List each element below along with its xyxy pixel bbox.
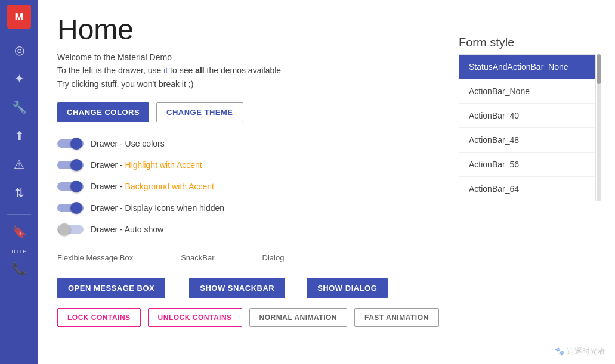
phone-icon[interactable]: 📞	[7, 257, 31, 281]
toggle-auto-show[interactable]	[57, 222, 84, 237]
watermark: 🐾 追逐时光者	[555, 346, 605, 357]
sidebar: M ◎ ✦ 🔧 ⬆ ⚠ ⇅ 🔖 HTTP 📞	[0, 0, 38, 364]
bluetooth-icon[interactable]: ✦	[7, 67, 31, 91]
sidebar-logo[interactable]: M	[7, 5, 31, 29]
show-snackbar-button[interactable]: SHOW SNACKBAR	[189, 278, 285, 298]
toggle-label-auto-show: Drawer - Auto show	[91, 225, 163, 234]
snackbar-section-label-wrapper: SnackBar	[181, 253, 214, 268]
change-colors-button[interactable]: CHANGE COLORS	[57, 102, 149, 122]
upload-icon[interactable]: ⬆	[7, 124, 31, 148]
toggle-row-auto-show: Drawer - Auto show	[57, 222, 596, 237]
toggle-background-accent[interactable]	[57, 179, 84, 194]
watermark-text: 追逐时光者	[567, 347, 605, 356]
unlock-contains-button[interactable]: UNLOCK CONTAINS	[148, 308, 242, 327]
main-content: Home Welcome to the Material Demo To the…	[38, 0, 615, 364]
form-style-item-3[interactable]: ActionBar_48	[459, 128, 595, 153]
toggle-row-display-icons: Drawer - Display Icons when hidden	[57, 201, 596, 215]
sections-row: Flexible Message Box SnackBar Dialog	[57, 253, 596, 268]
accent-text: Background with Accent	[125, 182, 214, 191]
form-style-list: StatusAndActionBar_None ActionBar_None A…	[459, 54, 596, 201]
bookmark-icon[interactable]: 🔖	[7, 220, 31, 244]
wrench-icon[interactable]: 🔧	[7, 95, 31, 119]
fast-animation-button[interactable]: FAST ANIMATION	[354, 308, 439, 327]
watermark-icon: 🐾	[555, 347, 567, 356]
show-dialog-button[interactable]: SHOW DIALOG	[307, 278, 388, 298]
accent-text: Highlight with Accent	[125, 160, 202, 170]
toggle-thumb	[70, 181, 82, 192]
form-style-item-1[interactable]: ActionBar_None	[459, 79, 595, 104]
form-style-item-0[interactable]: StatusAndActionBar_None	[459, 55, 595, 79]
message-box-label: Flexible Message Box	[57, 253, 133, 262]
normal-animation-button[interactable]: NORMAL ANIMATION	[249, 308, 347, 327]
change-theme-button[interactable]: CHANGE THEME	[156, 102, 243, 122]
sidebar-divider	[7, 214, 31, 215]
toggle-thumb	[58, 223, 70, 235]
toggle-use-colors[interactable]	[57, 136, 84, 151]
dialog-label: Dialog	[262, 253, 285, 262]
logo-text: M	[15, 11, 24, 23]
location-icon[interactable]: ◎	[7, 38, 31, 62]
message-box-section: Flexible Message Box	[57, 253, 133, 268]
form-style-title: Form style	[459, 36, 596, 49]
toggle-thumb	[70, 159, 82, 171]
scrollbar-track[interactable]	[597, 54, 601, 201]
toggle-label-background: Drawer - Background with Accent	[91, 182, 214, 191]
toggle-thumb	[70, 138, 82, 150]
animation-buttons-row: LOCK CONTAINS UNLOCK CONTAINS NORMAL ANI…	[57, 308, 596, 327]
toggle-label-highlight: Drawer - Highlight with Accent	[91, 160, 202, 170]
form-style-panel: Form style StatusAndActionBar_None Actio…	[459, 36, 596, 201]
sort-icon[interactable]: ⇅	[7, 181, 31, 205]
toggle-thumb	[70, 202, 82, 214]
warning-icon[interactable]: ⚠	[7, 153, 31, 176]
form-style-item-2[interactable]: ActionBar_40	[459, 104, 595, 128]
toggle-highlight-accent[interactable]	[57, 158, 84, 172]
http-label: HTTP	[11, 248, 27, 254]
toggle-label-display-icons: Drawer - Display Icons when hidden	[91, 203, 224, 213]
action-buttons-row: OPEN MESSAGE BOX SHOW SNACKBAR SHOW DIAL…	[57, 278, 596, 298]
toggle-display-icons[interactable]	[57, 201, 84, 215]
form-style-item-5[interactable]: ActionBar_64	[459, 177, 595, 201]
dialog-section-label-wrapper: Dialog	[262, 253, 285, 268]
scrollbar-thumb[interactable]	[597, 54, 601, 84]
toggle-label-colors: Drawer - Use colors	[91, 139, 165, 148]
snackbar-label: SnackBar	[181, 253, 214, 262]
lock-contains-button[interactable]: LOCK CONTAINS	[57, 308, 141, 327]
open-message-box-button[interactable]: OPEN MESSAGE BOX	[57, 278, 165, 298]
form-style-item-4[interactable]: ActionBar_56	[459, 153, 595, 177]
form-style-wrapper: StatusAndActionBar_None ActionBar_None A…	[459, 54, 596, 201]
